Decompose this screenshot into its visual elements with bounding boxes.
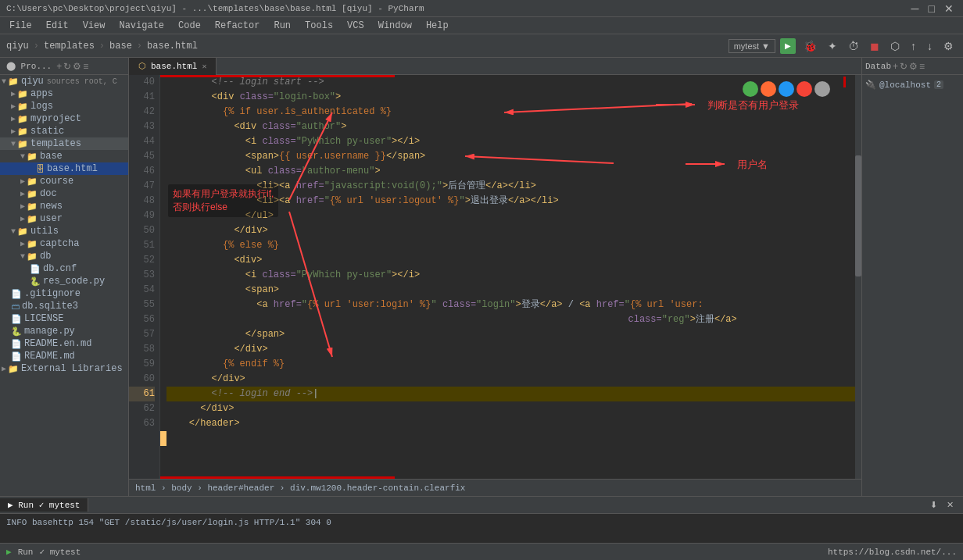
right-add-button[interactable]: + (893, 61, 898, 72)
toolbar: qiyu › templates › base › base.html myte… (0, 34, 963, 58)
menu-navigate[interactable]: Navigate (113, 19, 170, 33)
firefox-icon (761, 81, 776, 97)
tree-item-base-folder[interactable]: ▼ 📁 base (0, 150, 128, 162)
tree-item-course[interactable]: ▶ 📁 course (0, 175, 128, 187)
tree-item-license[interactable]: 📄 LICENSE (0, 312, 128, 325)
menu-window[interactable]: Window (372, 19, 418, 33)
sidebar-settings-button[interactable]: ⚙ (73, 61, 81, 72)
sidebar-sync-button[interactable]: ↻ (63, 61, 71, 72)
menu-help[interactable]: Help (420, 19, 455, 33)
tree-item-apps[interactable]: ▶ 📁 apps (0, 87, 128, 100)
run-button[interactable]: ▶ (780, 38, 796, 54)
scroll-to-end-button[interactable]: ⬇ (927, 498, 940, 512)
tree-item-db-folder[interactable]: ▼ 📁 db (0, 250, 128, 262)
run-config-button[interactable]: mytest ▼ (729, 39, 775, 53)
menu-vcs[interactable]: VCS (341, 19, 371, 33)
debug-button[interactable]: 🐞 (800, 38, 820, 54)
code-editor[interactable]: 40 41 42 43 44 45 46 47 48 49 50 51 52 5… (129, 75, 861, 479)
status-bar: ▶ Run ✓ mytest https://blog.csdn.net/... (0, 543, 963, 560)
annotation-username: 用户名 (686, 156, 768, 172)
annotation-if-else: 如果有用户登录就执行if,否则执行else (168, 184, 278, 217)
code-line-56: class="reg">注册</a> (166, 312, 861, 327)
menu-edit[interactable]: Edit (40, 19, 75, 33)
right-settings-button[interactable]: ⚙ (909, 61, 918, 72)
tree-item-static[interactable]: ▶ 📁 static (0, 125, 128, 137)
settings-button[interactable]: ⚙ (940, 38, 957, 54)
menu-run[interactable]: Run (267, 19, 297, 33)
annotation-username-text: 用户名 (737, 157, 768, 172)
code-line-60: </div> (166, 372, 861, 387)
tree-item-captcha[interactable]: ▶ 📁 captcha (0, 237, 128, 250)
tree-item-myproject[interactable]: ▶ 📁 myproject (0, 112, 128, 125)
right-content: 🔌 @localhost 2 (862, 75, 963, 95)
tree-item-db-sqlite[interactable]: 🗃 db.sqlite3 (0, 300, 128, 312)
tree-item-news[interactable]: ▶ 📁 news (0, 200, 128, 212)
profile-button[interactable]: ⏱ (845, 38, 862, 54)
menu-tools[interactable]: Tools (299, 19, 339, 33)
bottom-panel: ▶ Run ✓ mytest ⬇ ✕ INFO basehttp 154 "GE… (0, 496, 963, 543)
menu-view[interactable]: View (77, 19, 112, 33)
breadcrumb-templates[interactable]: templates (44, 41, 95, 52)
breadcrumb-qiyu[interactable]: qiyu (6, 41, 29, 52)
mytest-label: ✓ mytest (39, 547, 81, 557)
tree-item-external[interactable]: ▶ 📁 External Libraries (0, 362, 128, 375)
stop-button[interactable]: ◼ (867, 38, 882, 54)
code-line-44: <i class="PyWhich py-user"></i> (166, 134, 861, 149)
run-indicator: ▶ (6, 547, 12, 557)
tree-item-res-code[interactable]: 🐍 res_code.py (0, 275, 128, 287)
tree-item-templates[interactable]: ▼ 📁 templates (0, 137, 128, 150)
tree-item-qiyu[interactable]: ▼ 📁 qiyu sources root, C (0, 75, 128, 87)
tree-item-utils[interactable]: ▼ 📁 utils (0, 225, 128, 237)
maximize-button[interactable]: □ (925, 1, 938, 16)
code-line-59: {% endif %} (166, 357, 861, 372)
run-tab-label: Run ✓ mytest (18, 501, 80, 510)
code-line-55: <a href="{% url 'user:login' %}" class="… (166, 298, 861, 312)
close-button[interactable]: ✕ (941, 1, 957, 16)
menu-refactor[interactable]: Refactor (209, 19, 267, 33)
run-label: Run (18, 548, 34, 557)
tree-item-gitignore[interactable]: 📄 .gitignore (0, 287, 128, 300)
vcs-update-button[interactable]: ↑ (908, 38, 919, 54)
tree-item-doc[interactable]: ▶ 📁 doc (0, 187, 128, 200)
tree-item-readme[interactable]: 📄 README.md (0, 350, 128, 362)
menu-code[interactable]: Code (172, 19, 207, 33)
bottom-breadcrumb: html › body › header#header › div.mw1200… (129, 479, 861, 496)
tree-item-user[interactable]: ▶ 📁 user (0, 212, 128, 225)
tab-close-button[interactable]: ✕ (202, 62, 206, 71)
tab-base-html[interactable]: ⬡ base.html ✕ (129, 58, 217, 75)
menu-bar: File Edit View Navigate Code Refactor Ru… (0, 17, 963, 34)
line-numbers: 40 41 42 43 44 45 46 47 48 49 50 51 52 5… (129, 75, 160, 479)
sidebar-collapse-button[interactable]: ≡ (83, 61, 88, 72)
right-collapse-button[interactable]: ≡ (919, 61, 925, 72)
tree-item-manage[interactable]: 🐍 manage.py (0, 325, 128, 337)
build-button[interactable]: ⬡ (887, 38, 903, 54)
browser-localhost-item[interactable]: 🔌 @localhost 2 (865, 78, 960, 91)
right-toolbar: Datab + ↻ ⚙ ≡ (862, 58, 963, 75)
code-line-52: <div> (166, 253, 861, 268)
tree-item-db-cnf[interactable]: 📄 db.cnf (0, 262, 128, 275)
tree-item-readme-en[interactable]: 📄 README.en.md (0, 337, 128, 350)
clear-button[interactable]: ✕ (943, 498, 957, 512)
code-line-51: {% else %} (166, 238, 861, 253)
menu-file[interactable]: File (3, 19, 38, 33)
breadcrumb-base[interactable]: base (109, 41, 132, 52)
safari-icon (814, 81, 830, 97)
run-tab[interactable]: ▶ Run ✓ mytest (0, 498, 88, 512)
coverage-button[interactable]: ✦ (825, 38, 840, 54)
tree-item-base-html[interactable]: ▶ 🗄 base.html (0, 162, 128, 175)
breadcrumb-basefile[interactable]: base.html (147, 41, 198, 52)
sidebar-toolbar: ⬤ Pro... + ↻ ⚙ ≡ (0, 58, 128, 75)
bottom-tab-bar: ▶ Run ✓ mytest ⬇ ✕ (0, 497, 963, 514)
localhost-label: @localhost (879, 80, 931, 90)
edge-icon (779, 81, 794, 97)
code-line-57: </span> (166, 327, 861, 342)
code-line-63: </header> (166, 416, 861, 431)
code-content[interactable]: <!-- login start --> <div class="login-b… (160, 75, 861, 479)
vcs-commit-button[interactable]: ↓ (924, 38, 936, 54)
run-tab-icon: ▶ (8, 501, 13, 510)
minimize-button[interactable]: ─ (908, 1, 922, 16)
database-icon: 🔌 (865, 80, 876, 90)
right-refresh-button[interactable]: ↻ (900, 61, 908, 72)
sidebar-add-button[interactable]: + (56, 61, 62, 72)
tree-item-logs[interactable]: ▶ 📁 logs (0, 100, 128, 112)
